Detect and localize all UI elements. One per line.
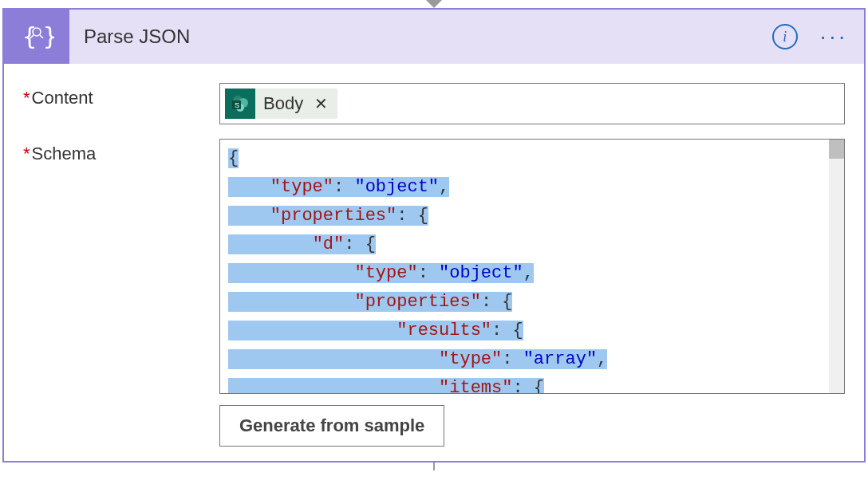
card-body: *Content S Bod	[4, 64, 864, 461]
braces-icon: { }	[19, 19, 54, 54]
content-label: *Content	[23, 83, 219, 124]
schema-row: *Schema { "type": "object", "properties"…	[23, 139, 845, 447]
more-menu-icon[interactable]: ···	[820, 33, 848, 41]
dynamic-content-token[interactable]: S Body ✕	[225, 89, 337, 119]
card-title: Parse JSON	[84, 26, 772, 48]
required-marker: *	[23, 144, 30, 163]
content-input[interactable]: S Body ✕	[219, 83, 845, 124]
card-header[interactable]: { } Parse JSON i ···	[4, 10, 864, 64]
parse-json-card: { } Parse JSON i ··· *Content	[2, 8, 866, 462]
content-row: *Content S Bod	[23, 83, 845, 124]
svg-text:{: {	[22, 22, 37, 50]
scrollbar-thumb[interactable]	[829, 140, 844, 159]
svg-text:}: }	[43, 22, 54, 50]
action-icon: { }	[4, 10, 69, 64]
sharepoint-icon: S	[225, 89, 255, 119]
scrollbar-track[interactable]	[829, 140, 844, 393]
token-label: Body	[255, 93, 311, 114]
schema-input[interactable]: { "type": "object", "properties": { "d":…	[219, 139, 845, 394]
connector-arrow-in	[426, 0, 442, 8]
connector-line-out	[433, 462, 435, 470]
generate-from-sample-button[interactable]: Generate from sample	[219, 405, 444, 447]
info-icon[interactable]: i	[772, 24, 798, 49]
schema-code[interactable]: { "type": "object", "properties": { "d":…	[228, 144, 836, 394]
remove-token-icon[interactable]: ✕	[311, 94, 337, 113]
svg-text:S: S	[235, 101, 239, 109]
schema-label: *Schema	[23, 139, 219, 447]
required-marker: *	[23, 88, 30, 108]
